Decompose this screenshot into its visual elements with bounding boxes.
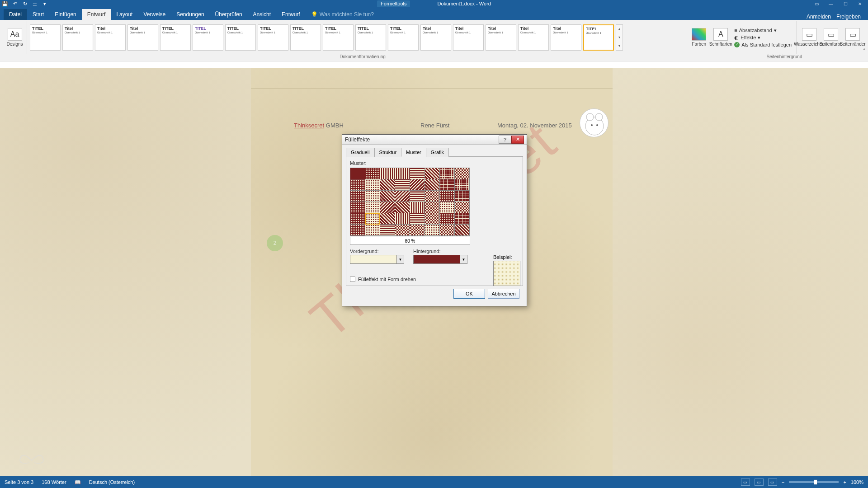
pattern-swatch[interactable] [380, 191, 395, 202]
foreground-color-picker[interactable]: ▼ [350, 255, 404, 264]
pattern-swatch[interactable] [395, 168, 410, 179]
pattern-swatch[interactable] [440, 202, 454, 213]
style-set-thumb[interactable]: TitelÜberschrift 1 [95, 24, 126, 51]
pattern-swatch[interactable] [395, 213, 410, 224]
rotate-with-shape-checkbox[interactable] [350, 277, 355, 282]
pattern-swatch[interactable] [455, 213, 469, 224]
ribbon-display-icon[interactable]: ▭ [810, 0, 823, 7]
pattern-swatch[interactable] [350, 225, 365, 235]
tab-layout[interactable]: Layout [111, 9, 138, 20]
pattern-swatch[interactable] [425, 191, 439, 202]
pattern-swatch[interactable] [410, 225, 425, 235]
cancel-button[interactable]: Abbrechen [488, 289, 519, 299]
status-words[interactable]: 168 Wörter [42, 479, 66, 485]
style-set-thumb[interactable]: TITELÜberschrift 1 [160, 24, 191, 51]
dialog-close-icon[interactable]: ✕ [511, 136, 524, 144]
style-set-thumb[interactable]: TitelÜberschrift 1 [62, 24, 93, 51]
pattern-swatch[interactable] [380, 179, 395, 190]
pattern-swatch[interactable] [365, 202, 380, 213]
tell-me-search[interactable]: 💡 Was möchten Sie tun? [306, 9, 379, 20]
comment-badge[interactable]: 2 [267, 235, 283, 251]
page-color-button[interactable]: ▭Seitenfarbe [821, 27, 841, 47]
redo-icon[interactable]: ↻ [22, 0, 28, 7]
pattern-swatch[interactable] [410, 179, 425, 190]
pattern-swatch[interactable] [380, 225, 395, 235]
pattern-swatch[interactable] [350, 168, 365, 179]
pattern-swatch[interactable] [425, 225, 439, 235]
pattern-swatch[interactable] [455, 191, 469, 202]
tab-start[interactable]: Start [27, 9, 49, 20]
tab-pattern[interactable]: Muster [401, 148, 426, 157]
collapse-ribbon-icon[interactable]: ˄ [863, 48, 865, 53]
pattern-swatch[interactable] [455, 225, 469, 235]
tab-design[interactable]: Entwurf [82, 9, 111, 20]
pattern-swatch[interactable] [380, 213, 395, 224]
signin-link[interactable]: Anmelden [807, 14, 831, 20]
pattern-swatch[interactable] [410, 202, 425, 213]
pattern-swatch[interactable] [350, 179, 365, 190]
pattern-swatch[interactable] [455, 179, 469, 190]
pattern-swatch[interactable] [425, 213, 439, 224]
status-page[interactable]: Seite 3 von 3 [5, 479, 33, 485]
pattern-swatch[interactable] [440, 191, 454, 202]
watermark-button[interactable]: ▭Wasserzeichen [799, 27, 819, 47]
view-print-icon[interactable]: ▭ [755, 479, 764, 486]
status-proofing-icon[interactable]: 📖 [75, 479, 81, 485]
pattern-swatch[interactable] [380, 168, 395, 179]
pattern-swatch[interactable] [395, 179, 410, 190]
style-set-thumb[interactable]: TitelÜberschrift 1 [127, 24, 158, 51]
pattern-swatch[interactable] [365, 168, 380, 179]
pattern-swatch[interactable] [410, 213, 425, 224]
pattern-swatch[interactable] [395, 225, 410, 235]
zoom-level[interactable]: 100% [851, 479, 863, 485]
style-set-thumb[interactable]: TITELÜberschrift 1 [225, 24, 256, 51]
pattern-swatch[interactable] [350, 213, 365, 224]
style-set-thumb-selected[interactable]: TITELÜberschrift 1 [583, 24, 614, 51]
style-set-thumb[interactable]: TitelÜberschrift 1 [420, 24, 451, 51]
fonts-button[interactable]: ASchriftarten [711, 27, 731, 47]
style-set-thumb[interactable]: TITELÜberschrift 1 [355, 24, 386, 51]
style-set-thumb[interactable]: TITELÜberschrift 1 [193, 24, 223, 51]
pattern-swatch[interactable] [455, 202, 469, 213]
style-set-thumb[interactable]: TITELÜberschrift 1 [290, 24, 321, 51]
background-color-picker[interactable]: ▼ [413, 255, 467, 264]
zoom-in-icon[interactable]: + [843, 479, 846, 485]
effects-button[interactable]: ◐Effekte▾ [732, 34, 793, 41]
tab-texture[interactable]: Struktur [374, 148, 402, 157]
tab-mailings[interactable]: Sendungen [171, 9, 209, 20]
pattern-swatch[interactable] [395, 202, 410, 213]
pattern-swatch[interactable] [425, 168, 439, 179]
status-language[interactable]: Deutsch (Österreich) [89, 479, 135, 485]
pattern-swatch[interactable] [455, 168, 469, 179]
pattern-swatch[interactable] [440, 225, 454, 235]
tab-gradient[interactable]: Graduell [346, 148, 375, 157]
style-set-thumb[interactable]: TitelÜberschrift 1 [518, 24, 549, 51]
style-set-thumb[interactable]: TITELÜberschrift 1 [258, 24, 288, 51]
style-set-thumb[interactable]: TITELÜberschrift 1 [388, 24, 419, 51]
zoom-slider[interactable] [789, 481, 839, 483]
page-borders-button[interactable]: ▭Seitenränder [843, 27, 863, 47]
style-set-thumb[interactable]: TITELÜberschrift 1 [323, 24, 354, 51]
style-set-thumb[interactable]: TitelÜberschrift 1 [453, 24, 484, 51]
style-gallery-more[interactable]: ▴▾▾ [616, 24, 623, 51]
pattern-swatch[interactable] [440, 179, 454, 190]
save-icon[interactable]: 💾 [2, 0, 8, 7]
maximize-icon[interactable]: ☐ [839, 0, 852, 7]
close-icon[interactable]: ✕ [854, 0, 866, 7]
dialog-titlebar[interactable]: Fülleffekte ? ✕ [342, 135, 527, 145]
pattern-swatch[interactable] [425, 202, 439, 213]
style-set-thumb[interactable]: TitelÜberschrift 1 [551, 24, 581, 51]
share-button[interactable]: Freigeben [836, 14, 861, 20]
style-set-thumb[interactable]: TITELÜberschrift 1 [30, 24, 61, 51]
pattern-swatch[interactable] [440, 168, 454, 179]
tab-view[interactable]: Ansicht [248, 9, 276, 20]
qat-more-icon[interactable]: ▾ [42, 0, 48, 7]
view-read-icon[interactable]: ▭ [741, 479, 750, 486]
tab-references[interactable]: Verweise [138, 9, 171, 20]
undo-icon[interactable]: ↶ [12, 0, 18, 7]
tab-file[interactable]: Datei [4, 9, 27, 20]
pattern-swatch[interactable] [425, 179, 439, 190]
themes-button[interactable]: Aa Designs [5, 27, 24, 47]
dialog-help-icon[interactable]: ? [499, 136, 511, 144]
view-web-icon[interactable]: ▭ [768, 479, 777, 486]
